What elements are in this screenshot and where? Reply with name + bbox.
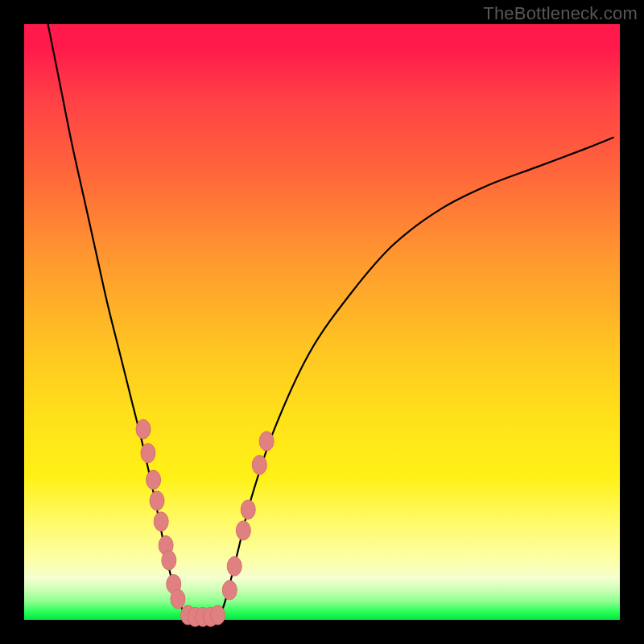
data-marker <box>162 551 176 570</box>
data-marker <box>154 512 168 531</box>
data-marker <box>236 521 250 540</box>
curve-right <box>221 138 613 614</box>
data-marker <box>222 580 237 600</box>
plot-area <box>24 24 620 620</box>
data-marker <box>259 431 274 451</box>
data-marker <box>147 470 161 489</box>
chart-frame: TheBottleneck.com <box>0 0 644 644</box>
data-marker <box>171 589 185 609</box>
marker-group <box>136 419 274 626</box>
data-marker <box>211 605 225 625</box>
data-marker <box>141 444 155 463</box>
data-marker <box>241 500 255 519</box>
curve-svg <box>24 24 620 620</box>
watermark-text: TheBottleneck.com <box>483 3 638 24</box>
data-marker <box>136 419 151 439</box>
data-marker <box>150 491 164 510</box>
data-marker <box>227 556 242 576</box>
data-marker <box>252 456 266 475</box>
